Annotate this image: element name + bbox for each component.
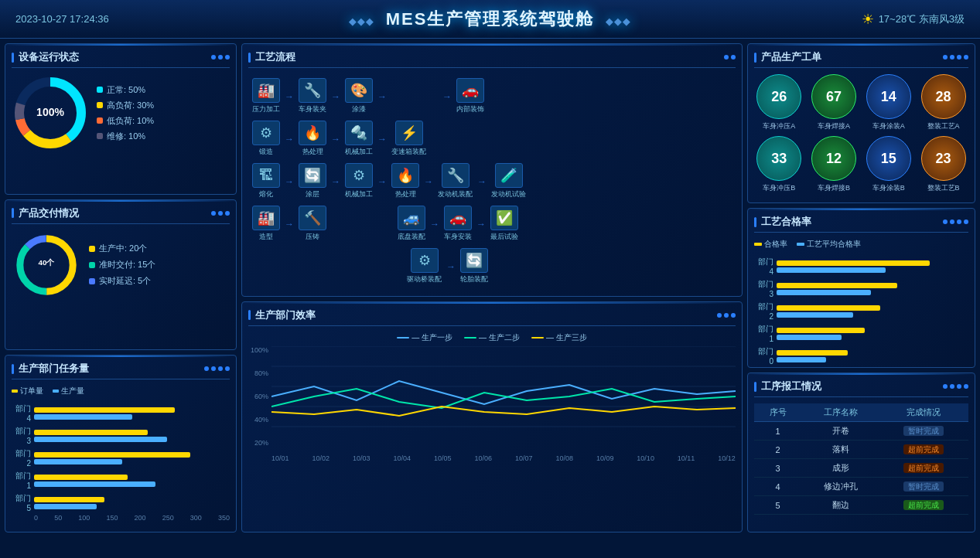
order-card-6[interactable]: 12 车身焊接B (809, 136, 859, 193)
production-order-title: 产品生产工单 (754, 50, 968, 68)
order-card-4[interactable]: 28 整装工艺A (918, 74, 968, 131)
dot3 (225, 55, 230, 60)
cell-name-2: 落料 (801, 441, 879, 459)
dot1 (724, 55, 729, 60)
legend-item: 低负荷: 10% (97, 115, 230, 127)
arrow13: → (285, 219, 294, 230)
legend-item: 正常: 50% (97, 84, 230, 96)
legend-item-ontime: 准时交付: 15个 (89, 259, 230, 270)
node-icon-interior: 🚗 (456, 78, 484, 103)
produce-bar-2 (34, 481, 155, 487)
rate-bar-4 (777, 328, 865, 333)
legend-dot-high (97, 102, 103, 108)
dot4 (964, 55, 968, 60)
arrow3: → (377, 91, 387, 102)
process-node-chassis: 🚙 底盘装配 (398, 206, 425, 242)
quality-row-5: 部门0 (754, 346, 968, 366)
dot3 (225, 211, 230, 216)
efficiency-legend: — 生产一步 — 生产二步 — 生产三步 (248, 332, 736, 343)
status-badge-2: 超前完成 (903, 444, 944, 454)
left-column: 设备运行状态 100% (5, 43, 237, 532)
legend-item-producing: 生产中: 20个 (89, 243, 230, 254)
dot1 (943, 384, 948, 389)
table-row-4: 4 修边冲孔 暂时完成 (754, 478, 968, 496)
line2-label: — 生产二步 (479, 332, 520, 343)
cell-status-5: 超前完成 (879, 496, 968, 515)
arrow5: → (285, 134, 294, 145)
arrow6: → (331, 134, 340, 145)
order-card-8[interactable]: 23 整装工艺B (918, 136, 968, 193)
device-status-title: 设备运行状态 (12, 50, 230, 68)
process-node-model: 🏭 造型 (252, 206, 280, 242)
order-card-7[interactable]: 15 车身涂装B (864, 136, 914, 193)
arrow4: → (442, 91, 452, 102)
process-row-3: 🏗 熔化 → 🔄 涂层 → ⚙ 机械加工 → 🔥 (252, 163, 732, 199)
process-row-1: 🏭 压力加工 → 🔧 车身装夹 → 🎨 涂漆 → → (252, 78, 732, 114)
order-label-7: 车身涂装B (872, 183, 905, 193)
arrow10: → (377, 176, 387, 187)
quality-legend: 合格率 工艺平均合格率 (754, 239, 968, 250)
svg-text:100%: 100% (36, 106, 64, 118)
rate-bar-3 (777, 305, 880, 311)
legend-label-repair: 维修: 10% (107, 131, 145, 142)
bar-group-4 (34, 430, 230, 442)
rate-bar-1 (777, 260, 930, 266)
arrow12: → (477, 176, 487, 187)
order-label-1: 车身冲压A (763, 121, 795, 131)
arrow2: → (331, 91, 340, 102)
order-number-2: 67 (826, 90, 842, 104)
status-badge-5: 超前完成 (903, 500, 944, 510)
quality-bar-chart: 部门4 部门3 部门2 (754, 253, 968, 366)
label-produce: 生产量 (61, 386, 84, 396)
dot1 (943, 55, 948, 60)
legend-line3: — 生产三步 (531, 332, 587, 343)
arrow1: → (285, 91, 294, 102)
dot4 (964, 384, 968, 389)
node-icon-chassis: 🚙 (398, 206, 425, 230)
order-bar-2 (34, 475, 128, 480)
legend-item-delayed: 实时延迟: 5个 (89, 275, 230, 287)
order-bar-1 (34, 497, 104, 502)
main-content: 设备运行状态 100% (0, 39, 980, 558)
order-number-8: 23 (936, 151, 951, 165)
process-node-finaltest: ✅ 最后试验 (490, 206, 518, 242)
order-card-2[interactable]: 67 车身焊接A (809, 74, 859, 131)
rate-bar-5 (777, 350, 848, 356)
panel-dots (943, 384, 968, 389)
quality-group-4 (777, 328, 968, 340)
arrow8: → (285, 176, 294, 187)
avg-bar-4 (777, 335, 842, 340)
efficiency-title: 生产部门效率 (248, 308, 736, 326)
table-row-1: 1 开卷 暂时完成 (754, 422, 968, 441)
dot1 (943, 219, 948, 224)
weather-info: ☀ 17~28℃ 东南风3级 (862, 11, 965, 28)
table-row-3: 3 成形 超前完成 (754, 459, 968, 478)
node-icon-model: 🏭 (252, 206, 280, 230)
order-label-3: 车身涂装A (872, 121, 905, 131)
node-icon-pressure: 🏭 (252, 78, 280, 103)
quality-row-3: 部门2 (754, 301, 968, 321)
order-card-3[interactable]: 14 车身涂装A (864, 74, 914, 131)
dot-rate (754, 243, 762, 246)
line2-sample (464, 337, 476, 339)
quality-group-2 (777, 283, 968, 295)
line1-label: — 生产一步 (411, 332, 452, 343)
bar-group-3 (34, 452, 230, 464)
quality-panel: 工艺合格率 合格率 工艺平均合格率 (747, 208, 975, 368)
panel-dots (724, 55, 736, 60)
process-node-pressure: 🏭 压力加工 (252, 78, 280, 114)
production-order-panel: 产品生产工单 26 车身冲压A 67 (747, 43, 975, 203)
process-node-die: 🔨 压铸 (299, 206, 326, 242)
order-card-5[interactable]: 33 车身冲压B (754, 136, 804, 193)
col-status: 完成情况 (879, 403, 968, 422)
order-bar-5 (34, 407, 175, 413)
order-label-8: 整装工艺B (927, 183, 960, 193)
order-number-4: 28 (936, 90, 951, 104)
dot2 (724, 313, 729, 318)
order-card-1[interactable]: 26 车身冲压A (754, 74, 804, 131)
arrow7: → (377, 134, 387, 145)
node-icon-engtest: 🧪 (495, 163, 523, 188)
right-column: 产品生产工单 26 车身冲压A 67 (747, 43, 975, 532)
order-label-5: 车身冲压B (763, 183, 795, 193)
line3-label: — 生产三步 (546, 332, 587, 343)
